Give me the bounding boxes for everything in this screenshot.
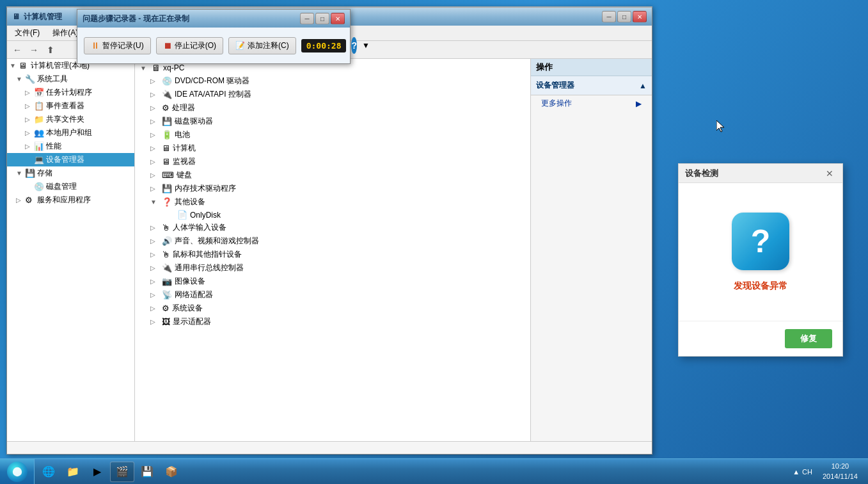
right-panel: 操作 设备管理器 ▲ 更多操作 ▶ (530, 59, 652, 441)
note-icon: 📝 (235, 41, 245, 50)
device-cpu[interactable]: ▷ ⚙ 处理器 (138, 101, 528, 115)
device-keyboard[interactable]: ▷ ⌨ 键盘 (138, 168, 528, 182)
disk-icon: 💿 (34, 182, 44, 192)
folder-icon: 📁 (34, 115, 44, 125)
device-usb[interactable]: ▷ 🔌 通用串行总线控制器 (138, 261, 528, 275)
display-icon: 🖼 (162, 317, 170, 327)
window-title: 计算机管理 (24, 12, 62, 22)
taskbar-usb[interactable]: 💾 (136, 462, 159, 482)
lang-indicator[interactable]: CH (802, 468, 812, 476)
psr-help-button[interactable]: ? (351, 37, 357, 54)
computer-icon: 🖥 (162, 143, 170, 153)
status-bar (7, 441, 652, 454)
battery-icon: 🔋 (162, 130, 172, 140)
taskbar-recorder[interactable]: 🎬 (110, 462, 134, 482)
device-onlydisk[interactable]: 📄 OnlyDisk (138, 209, 528, 221)
psr-titlebar: 问题步骤记录器 - 现在正在录制 ─ □ ✕ (77, 10, 350, 28)
usb-icon: 💾 (139, 464, 155, 480)
device-icon: 💻 (34, 155, 44, 165)
cursor (716, 120, 725, 135)
center-panel[interactable]: ▼ 🖥 xq-PC ▷ 💿 DVD/CD-ROM 驱动器 ▷ 🔌 IDE ATA… (135, 59, 530, 441)
expander: ▷ (25, 116, 34, 123)
taskbar-media[interactable]: ▶ (86, 462, 109, 482)
services-icon: ⚙ (25, 195, 35, 206)
device-network[interactable]: ▷ 📡 网络适配器 (138, 288, 528, 302)
maximize-button[interactable]: □ (617, 11, 631, 22)
device-battery[interactable]: ▷ 🔋 电池 (138, 128, 528, 141)
storage-item[interactable]: ▼ 💾 存储 (7, 166, 134, 180)
device-hid[interactable]: ▷ 🖱 人体学输入设备 (138, 221, 528, 234)
file-menu[interactable]: 文件(F) (10, 26, 45, 40)
device-memory[interactable]: ▷ 💾 内存技术驱动程序 (138, 182, 528, 195)
taskbar-ie[interactable]: 🌐 (37, 462, 60, 482)
back-button[interactable]: ← (10, 43, 25, 57)
local-users-item[interactable]: ▷ 👥 本地用户和组 (7, 126, 134, 140)
taskbar-misc[interactable]: 📦 (160, 462, 183, 482)
device-dvd[interactable]: ▷ 💿 DVD/CD-ROM 驱动器 (138, 74, 528, 88)
psr-window[interactable]: 问题步骤记录器 - 现在正在录制 ─ □ ✕ ⏸ 暂停记录(U) ⏹ 停止记录(… (77, 9, 351, 64)
users-icon: 👥 (34, 128, 44, 138)
device-imaging[interactable]: ▷ 📷 图像设备 (138, 275, 528, 288)
more-actions-item[interactable]: 更多操作 ▶ (531, 95, 652, 111)
computer-management-window[interactable]: 🖥 计算机管理 ─ □ ✕ 文件(F) 操作(A) ← → ⬆ ▼ 🖥 计算机管… (6, 6, 652, 455)
stop-icon: ⏹ (163, 40, 172, 51)
taskbar-explorer[interactable]: 📁 (61, 462, 84, 482)
tray-icons: ▲ (793, 468, 800, 476)
psr-body: ⏸ 暂停记录(U) ⏹ 停止记录(O) 📝 添加注释(C) 0:00:28 ? … (77, 28, 350, 63)
dialog-title: 设备检测 (685, 168, 718, 179)
system-tools-item[interactable]: ▼ 🔧 系统工具 (7, 72, 134, 86)
shared-folder-item[interactable]: ▷ 📁 共享文件夹 (7, 113, 134, 126)
monitor-icon: 🖥 (162, 157, 170, 166)
expander: ▷ (25, 102, 34, 109)
device-other[interactable]: ▼ ❓ 其他设备 (138, 195, 528, 209)
minimize-button[interactable]: ─ (602, 11, 616, 22)
device-audio[interactable]: ▷ 🔊 声音、视频和游戏控制器 (138, 234, 528, 248)
pause-record-button[interactable]: ⏸ 暂停记录(U) (84, 37, 151, 54)
device-monitor[interactable]: ▷ 🖥 监视器 (138, 155, 528, 168)
misc-icon: 📦 (164, 464, 179, 480)
task-scheduler-item[interactable]: ▷ 📅 任务计划程序 (7, 86, 134, 99)
psr-dropdown-icon[interactable]: ▼ (362, 41, 370, 50)
add-note-button[interactable]: 📝 添加注释(C) (228, 37, 296, 54)
dvd-icon: 💿 (162, 76, 172, 86)
up-button[interactable]: ⬆ (43, 43, 58, 57)
device-computer[interactable]: ▷ 🖥 计算机 (138, 141, 528, 155)
performance-item[interactable]: ▷ 📊 性能 (7, 140, 134, 153)
onlydisk-icon: 📄 (177, 210, 187, 220)
other-icon: ❓ (162, 197, 172, 207)
dialog-close-button[interactable]: ✕ (823, 167, 836, 180)
device-detection-dialog[interactable]: 设备检测 ✕ ? 发现设备异常 修复 (678, 163, 843, 357)
psr-close-button[interactable]: ✕ (331, 13, 345, 24)
dialog-footer: 修复 (679, 321, 842, 356)
svg-marker-0 (716, 120, 724, 132)
system-clock[interactable]: 10:20 2014/11/14 (817, 462, 863, 481)
device-display[interactable]: ▷ 🖼 显示适配器 (138, 315, 528, 328)
psr-minimize-button[interactable]: ─ (300, 13, 314, 24)
performance-icon: 📊 (34, 141, 44, 152)
memory-icon: 💾 (162, 184, 172, 193)
device-mouse[interactable]: ▷ 🖱 鼠标和其他指针设备 (138, 248, 528, 261)
repair-button[interactable]: 修复 (785, 329, 832, 348)
device-disk[interactable]: ▷ 💾 磁盘驱动器 (138, 115, 528, 128)
disk-mgmt-item[interactable]: 💿 磁盘管理 (7, 180, 134, 193)
device-unknown-icon-box: ? (732, 213, 789, 270)
device-manager-section[interactable]: 设备管理器 ▲ (531, 76, 652, 95)
close-button[interactable]: ✕ (633, 11, 647, 22)
forward-button[interactable]: → (26, 43, 42, 57)
expander: ▼ (10, 62, 19, 69)
services-item[interactable]: ▷ ⚙ 服务和应用程序 (7, 193, 134, 207)
window-title-left: 🖥 计算机管理 (12, 12, 62, 22)
cpu-icon: ⚙ (162, 103, 170, 113)
start-button[interactable] (0, 459, 35, 485)
event-viewer-item[interactable]: ▷ 📋 事件查看器 (7, 99, 134, 113)
expander: ▷ (16, 197, 25, 204)
imaging-icon: 📷 (162, 277, 172, 286)
psr-maximize-button[interactable]: □ (315, 13, 329, 24)
clock-date: 2014/11/14 (823, 472, 858, 481)
device-ide[interactable]: ▷ 🔌 IDE ATA/ATAPI 控制器 (138, 88, 528, 101)
left-panel[interactable]: ▼ 🖥 计算机管理(本地) ▼ 🔧 系统工具 ▷ 📅 任务计划程序 ▷ 📋 事件… (7, 59, 135, 441)
stop-record-button[interactable]: ⏹ 停止记录(O) (156, 37, 223, 54)
device-manager-item[interactable]: 💻 设备管理器 (7, 153, 134, 166)
event-icon: 📋 (34, 101, 44, 111)
device-system[interactable]: ▷ ⚙ 系统设备 (138, 302, 528, 315)
